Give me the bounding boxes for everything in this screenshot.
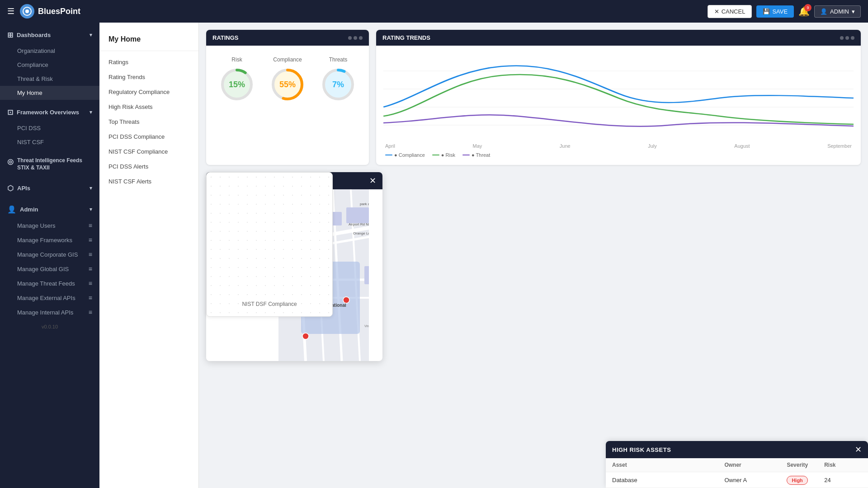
- threat-intel-label: Threat Intelligence Feeds STIX & TAXII: [17, 157, 92, 171]
- col-owner: Owner: [724, 462, 787, 468]
- month-july: July: [648, 143, 657, 149]
- sidebar-item-manage-threat-feeds[interactable]: Manage Threat Feeds ≡: [0, 276, 99, 291]
- asset-owner: Owner A: [724, 477, 787, 483]
- gauge-compliance: Compliance 55%: [269, 56, 306, 103]
- sidebar-section-framework-header[interactable]: ⊡ Framework Overviews ▾: [0, 103, 99, 121]
- notifications-button[interactable]: 🔔 9: [798, 6, 810, 17]
- legend-compliance: ● Compliance: [385, 152, 425, 158]
- second-sidebar-item-ratings[interactable]: Ratings: [99, 55, 198, 70]
- second-sidebar-item-pci-dss-alerts[interactable]: PCI DSS Alerts: [99, 159, 198, 174]
- second-sidebar-item-nist-csf-compliance[interactable]: NIST CSF Compliance: [99, 144, 198, 159]
- apis-chevron: ▾: [90, 185, 92, 191]
- legend-risk-label: ● Risk: [441, 152, 455, 158]
- legend-risk: ● Risk: [432, 152, 455, 158]
- high-risk-title: HIGH RISK ASSETS: [612, 446, 671, 453]
- logo-icon: [20, 4, 34, 19]
- save-icon: 💾: [763, 8, 770, 15]
- admin-section-label: Admin: [20, 206, 38, 213]
- sidebar-item-manage-users[interactable]: Manage Users ≡: [0, 218, 99, 233]
- svg-text:Vine Vale: Vine Vale: [364, 324, 369, 328]
- second-sidebar-item-rating-trends[interactable]: Rating Trends: [99, 70, 198, 84]
- sidebar-item-manage-corporate-gis[interactable]: Manage Corporate GIS ≡: [0, 247, 99, 262]
- gauge-threats: Threats 7%: [320, 56, 356, 103]
- admin-icon: 👤: [820, 8, 827, 15]
- dashboards-chevron: ▾: [90, 32, 92, 38]
- compliance-gauge: 55%: [269, 66, 306, 103]
- sidebar-section-dashboards: ⊞ Dashboards ▾ Organizational Compliance…: [0, 26, 99, 100]
- month-september: September: [827, 143, 852, 149]
- month-april: April: [385, 143, 395, 149]
- sidebar-section-admin-header[interactable]: 👤 Admin ▾: [0, 201, 99, 218]
- dashboards-icon: ⊞: [7, 31, 13, 39]
- col-risk: Risk: [824, 462, 862, 468]
- second-sidebar-item-top-threats[interactable]: Top Threats: [99, 114, 198, 129]
- table-row: Database Owner A High 24: [606, 472, 868, 488]
- high-risk-header: HIGH RISK ASSETS ✕: [606, 441, 868, 458]
- cancel-x-icon: ✕: [714, 8, 719, 15]
- month-august: August: [734, 143, 750, 149]
- dot-1[interactable]: [348, 36, 352, 40]
- gauge-risk: Risk 15%: [219, 56, 255, 103]
- high-risk-close[interactable]: ✕: [855, 446, 862, 454]
- sidebar-item-pci-dss[interactable]: PCI DSS: [0, 121, 99, 135]
- high-risk-table-header: Asset Owner Severity Risk: [606, 458, 868, 472]
- high-risk-assets-panel: HIGH RISK ASSETS ✕ Asset Owner Severity …: [606, 441, 868, 488]
- trend-widget: RATING TRENDS: [376, 30, 861, 165]
- manage-frameworks-icon: ≡: [89, 236, 92, 244]
- sidebar-item-manage-external-apis[interactable]: Manage External APIs ≡: [0, 291, 99, 305]
- ratings-widget-title: RATINGS: [212, 34, 239, 41]
- sidebar-item-threat-risk[interactable]: Threat & Risk: [0, 72, 99, 86]
- trend-dot-2[interactable]: [845, 36, 849, 40]
- dot-2[interactable]: [354, 36, 357, 40]
- ratings-widget-dots: [348, 36, 363, 40]
- trend-chart: [383, 53, 854, 143]
- second-sidebar-title: My Home: [108, 35, 141, 43]
- cancel-button[interactable]: ✕ CANCEL: [708, 5, 752, 18]
- risk-value: 15%: [229, 80, 245, 89]
- sidebar-section-dashboards-header[interactable]: ⊞ Dashboards ▾: [0, 26, 99, 44]
- legend-threat-label: ● Threat: [472, 152, 490, 158]
- sidebar-section-apis: ⬡ APIs ▾: [0, 179, 99, 197]
- top-cards-row: RATINGS Risk 15%: [206, 30, 861, 165]
- manage-internal-apis-icon: ≡: [89, 309, 92, 316]
- save-button[interactable]: 💾 SAVE: [756, 5, 794, 18]
- manage-users-icon: ≡: [89, 222, 92, 229]
- threats-label: Threats: [329, 56, 348, 63]
- hamburger-menu[interactable]: ☰: [7, 6, 14, 16]
- trend-dot-3[interactable]: [851, 36, 854, 40]
- col-asset: Asset: [612, 462, 724, 468]
- second-sidebar-item-regulatory-compliance[interactable]: Regulatory Compliance: [99, 84, 198, 99]
- sidebar-section-apis-header[interactable]: ⬡ APIs ▾: [0, 179, 99, 197]
- month-may: May: [473, 143, 482, 149]
- nist-csf-widget: NIST DSF Compliance: [206, 172, 333, 317]
- second-sidebar-item-nist-csf-alerts[interactable]: NIST CSF Alerts: [99, 174, 198, 189]
- framework-label: Framework Overviews: [17, 109, 79, 116]
- sidebar-item-manage-internal-apis[interactable]: Manage Internal APIs ≡: [0, 305, 99, 319]
- ratings-body: Risk 15% Compliance: [206, 46, 369, 113]
- compliance-value: 55%: [279, 80, 296, 89]
- manage-threat-feeds-icon: ≡: [89, 280, 92, 287]
- admin-chevron: ▾: [90, 206, 92, 212]
- legend-threat: ● Threat: [462, 152, 490, 158]
- app-name: BluesPoint: [38, 7, 80, 16]
- sidebar-item-my-home[interactable]: My Home: [0, 86, 99, 100]
- top-threats-close[interactable]: ✕: [369, 177, 376, 185]
- ratings-widget-header: RATINGS: [206, 30, 369, 46]
- admin-button[interactable]: 👤 ADMIN ▾: [814, 5, 861, 18]
- sidebar-item-organizational[interactable]: Organizational: [0, 44, 99, 58]
- ratings-widget: RATINGS Risk 15%: [206, 30, 369, 165]
- sidebar-item-manage-frameworks[interactable]: Manage Frameworks ≡: [0, 233, 99, 247]
- sidebar-item-compliance[interactable]: Compliance: [0, 58, 99, 72]
- second-sidebar-item-high-risk-assets[interactable]: High Risk Assets: [99, 99, 198, 114]
- sidebar-section-threat-intel-header[interactable]: ◎ Threat Intelligence Feeds STIX & TAXII: [0, 153, 99, 176]
- nist-dots-bg: [207, 173, 333, 317]
- manage-corporate-gis-icon: ≡: [89, 251, 92, 258]
- manage-external-apis-icon: ≡: [89, 294, 92, 301]
- topbar-right: ✕ CANCEL 💾 SAVE 🔔 9 👤 ADMIN ▾: [708, 5, 861, 18]
- threat-intel-icon: ◎: [7, 157, 14, 166]
- sidebar-item-manage-global-gis[interactable]: Manage Global GIS ≡: [0, 262, 99, 276]
- second-sidebar-item-pci-dss-compliance[interactable]: PCI DSS Compliance: [99, 129, 198, 144]
- dot-3[interactable]: [359, 36, 363, 40]
- trend-dot-1[interactable]: [840, 36, 844, 40]
- sidebar-item-nist-csf[interactable]: NIST CSF: [0, 135, 99, 149]
